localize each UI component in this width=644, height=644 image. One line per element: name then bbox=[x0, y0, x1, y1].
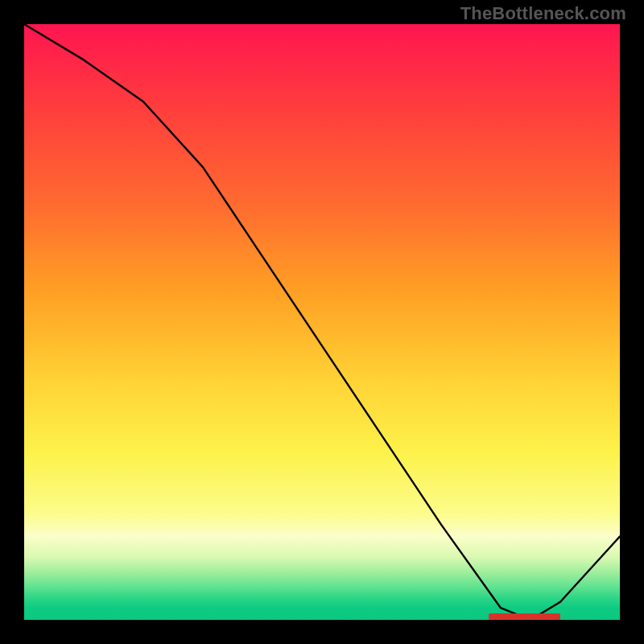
plot-svg bbox=[24, 24, 620, 620]
chart-frame: TheBottleneck.com bbox=[0, 0, 644, 644]
plot-area bbox=[24, 24, 620, 620]
optimal-marker bbox=[489, 613, 560, 620]
bottleneck-curve bbox=[24, 24, 620, 620]
watermark-text: TheBottleneck.com bbox=[460, 3, 626, 24]
